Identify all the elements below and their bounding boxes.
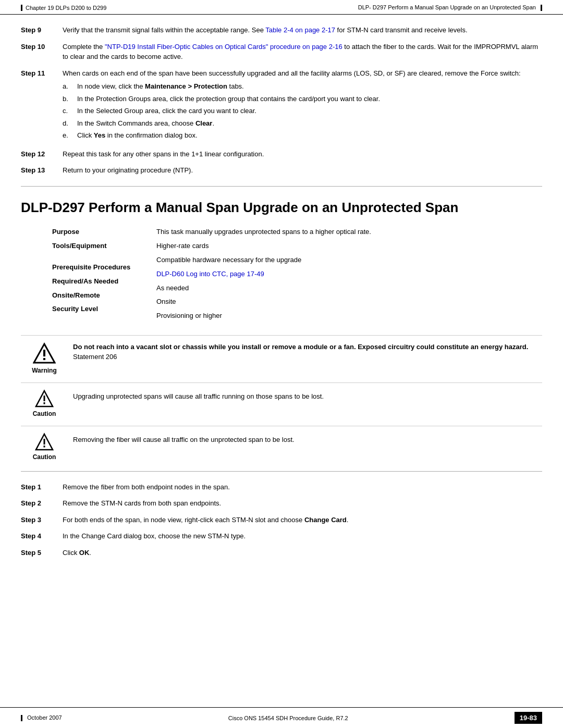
- label-purpose: Purpose: [52, 227, 156, 238]
- step-11b-label: b.: [63, 94, 77, 104]
- caution-label-2: Caution: [33, 453, 56, 461]
- label-prereq: Prerequisite Procedures: [52, 262, 156, 273]
- step-12: Step 12 Repeat this task for any other s…: [21, 149, 542, 159]
- purpose-table: Purpose Tools/Equipment Prerequisite Pro…: [21, 227, 542, 325]
- caution-text-1: Upgrading unprotected spans will cause a…: [73, 389, 542, 402]
- step-3-content: For both ends of the span, in node view,…: [63, 515, 542, 525]
- chapter-title: Chapter 19 DLPs D200 to D299: [26, 5, 106, 11]
- step-11e: e. Click Yes in the confirmation dialog …: [63, 130, 542, 141]
- step-3-label: Step 3: [21, 515, 63, 525]
- value-tools-2: Compatible hardware necessary for the up…: [156, 255, 542, 266]
- warning-icon-area: Warning: [21, 342, 73, 374]
- header-left: Chapter 19 DLPs D200 to D299: [21, 5, 106, 11]
- step-9: Step 9 Verify that the transmit signal f…: [21, 25, 542, 35]
- label-tools: Tools/Equipment: [52, 241, 156, 252]
- warning-label: Warning: [32, 367, 57, 374]
- bottom-steps: Step 1 Remove the fiber from both endpoi…: [21, 482, 542, 558]
- prereq-link[interactable]: DLP-D60 Log into CTC, page 17-49: [156, 270, 264, 278]
- value-required: As needed: [156, 283, 542, 294]
- step-9-label: Step 9: [21, 25, 63, 35]
- step-11b-content: In the Protection Groups area, click the…: [77, 94, 542, 104]
- step-1-label: Step 1: [21, 482, 63, 492]
- step-2: Step 2 Remove the STM-N cards from both …: [21, 498, 542, 509]
- header-bar-left: [21, 5, 22, 11]
- footer-date: October 2007: [27, 714, 62, 721]
- value-tools-1: Higher-rate cards: [156, 241, 542, 252]
- label-onsite: Onsite/Remote: [52, 290, 156, 301]
- caution-block-1: Caution Upgrading unprotected spans will…: [21, 382, 542, 417]
- caution-label-1: Caution: [33, 410, 56, 417]
- step-11e-label: e.: [63, 130, 77, 141]
- step-5-content: Click OK.: [63, 548, 542, 558]
- warning-text-bold: Do not reach into a vacant slot or chass…: [73, 343, 528, 351]
- step-11c: c. In the Selected Group area, click the…: [63, 106, 542, 116]
- step-13-label: Step 13: [21, 165, 63, 176]
- step-2-content: Remove the STM-N cards from both span en…: [63, 498, 542, 509]
- step-5-label: Step 5: [21, 548, 63, 558]
- svg-rect-4: [44, 396, 45, 401]
- section-title: DLP- D297 Perform a Manual Span Upgrade …: [358, 4, 536, 10]
- main-content: Step 9 Verify that the transmit signal f…: [0, 15, 563, 595]
- step-1-content: Remove the fiber from both endpoint node…: [63, 482, 542, 492]
- caution-icon-area-2: Caution: [21, 433, 73, 461]
- caution-icon-area-1: Caution: [21, 389, 73, 417]
- step-1: Step 1 Remove the fiber from both endpoi…: [21, 482, 542, 492]
- svg-rect-7: [44, 439, 45, 445]
- step-11d-content: In the Switch Commands area, choose Clea…: [77, 118, 542, 129]
- step-10-label: Step 10: [21, 42, 63, 62]
- step-4-content: In the Change Card dialog box, choose th…: [63, 531, 542, 541]
- caution-block-2: Caution Removing the fiber will cause al…: [21, 426, 542, 461]
- step-10-link[interactable]: "NTP-D19 Install Fiber-Optic Cables on O…: [105, 43, 342, 51]
- section-divider-1: [21, 186, 542, 187]
- step-11: Step 11 When cards on each end of the sp…: [21, 68, 542, 143]
- svg-rect-8: [44, 446, 45, 448]
- value-onsite: Onsite: [156, 297, 542, 307]
- step-10-content: Complete the "NTP-D19 Install Fiber-Opti…: [63, 42, 542, 62]
- purpose-labels: Purpose Tools/Equipment Prerequisite Pro…: [52, 227, 156, 325]
- step-13: Step 13 Return to your originating proce…: [21, 165, 542, 176]
- step-11-content: When cards on each end of the span have …: [63, 68, 542, 143]
- step-11b: b. In the Protection Groups area, click …: [63, 94, 542, 104]
- top-steps: Step 9 Verify that the transmit signal f…: [21, 25, 542, 176]
- step-4: Step 4 In the Change Card dialog box, ch…: [21, 531, 542, 541]
- step-3: Step 3 For both ends of the span, in nod…: [21, 515, 542, 525]
- header-right: DLP- D297 Perform a Manual Span Upgrade …: [358, 4, 542, 11]
- section-divider-2: [21, 471, 542, 472]
- step-11a: a. In node view, click the Maintenance >…: [63, 81, 542, 92]
- step-4-label: Step 4: [21, 531, 63, 541]
- purpose-values: This task manually upgrades unprotected …: [156, 227, 542, 325]
- warning-block: Warning Do not reach into a vacant slot …: [21, 335, 542, 374]
- warning-icon: [33, 342, 56, 365]
- value-purpose: This task manually upgrades unprotected …: [156, 227, 542, 238]
- value-prereq: DLP-D60 Log into CTC, page 17-49: [156, 269, 542, 280]
- step-9-link[interactable]: Table 2-4 on page 2-17: [265, 26, 335, 34]
- step-12-label: Step 12: [21, 149, 63, 159]
- step-2-label: Step 2: [21, 498, 63, 509]
- page-footer: October 2007 Cisco ONS 15454 SDH Procedu…: [0, 707, 563, 728]
- step-11a-content: In node view, click the Maintenance > Pr…: [77, 81, 542, 92]
- step-11c-label: c.: [63, 106, 77, 116]
- svg-rect-2: [43, 358, 45, 360]
- header-bar-right: [541, 5, 542, 11]
- step-11c-content: In the Selected Group area, click the ca…: [77, 106, 542, 116]
- step-13-content: Return to your originating procedure (NT…: [63, 165, 542, 176]
- svg-rect-1: [43, 350, 45, 356]
- step-11d-label: d.: [63, 118, 77, 129]
- step-10: Step 10 Complete the "NTP-D19 Install Fi…: [21, 42, 542, 62]
- footer-left: October 2007: [21, 714, 62, 721]
- caution-icon-2: [35, 433, 54, 451]
- caution-icon-1: [35, 389, 54, 408]
- label-required: Required/As Needed: [52, 276, 156, 287]
- page-header: Chapter 19 DLPs D200 to D299 DLP- D297 P…: [0, 0, 563, 15]
- footer-page-num: 19-83: [515, 712, 542, 724]
- step-5: Step 5 Click OK.: [21, 548, 542, 558]
- step-11-label: Step 11: [21, 68, 63, 143]
- warning-text: Do not reach into a vacant slot or chass…: [73, 342, 542, 362]
- dlp-title: DLP-D297 Perform a Manual Span Upgrade o…: [21, 199, 542, 217]
- caution-text-2: Removing the fiber will cause all traffi…: [73, 433, 542, 445]
- step-11a-label: a.: [63, 81, 77, 92]
- step-11e-content: Click Yes in the confirmation dialog box…: [77, 130, 542, 141]
- step-12-content: Repeat this task for any other spans in …: [63, 149, 542, 159]
- svg-rect-5: [44, 402, 45, 404]
- footer-bar: [21, 715, 22, 721]
